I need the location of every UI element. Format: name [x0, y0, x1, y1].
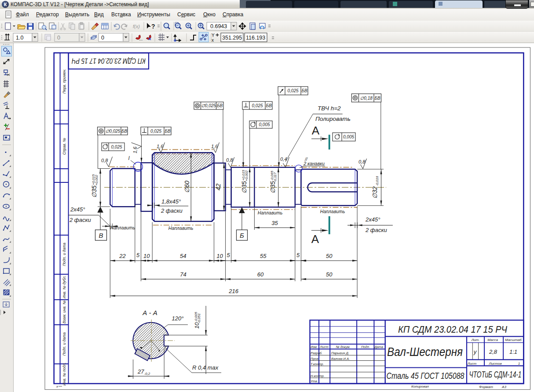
svg-text:1,8x45°: 1,8x45°	[161, 198, 181, 205]
svg-text:Разраб.: Разраб.	[311, 351, 322, 355]
svg-text:5: 5	[227, 252, 230, 258]
svg-text:у: у	[473, 348, 477, 355]
svg-text:∅35+0,015+0,002: ∅35+0,015+0,002	[91, 174, 99, 198]
svg-text:Изм.: Изм.	[311, 345, 318, 349]
svg-text:∅35+0,015+0,002: ∅35+0,015+0,002	[241, 170, 249, 193]
svg-text:Подп.: Подп.	[361, 345, 370, 349]
svg-text:Б: Б	[240, 232, 244, 239]
svg-text:А - А: А - А	[142, 309, 157, 316]
svg-text:216: 216	[228, 288, 238, 294]
svg-text:Масштаб: Масштаб	[505, 338, 522, 342]
svg-text:54: 54	[180, 253, 186, 259]
svg-text:1.0: 1.0	[16, 35, 23, 41]
svg-text:1,6: 1,6	[132, 146, 138, 153]
svg-text:5: 5	[296, 252, 300, 258]
svg-text:Пров.: Пров.	[311, 357, 319, 361]
svg-text:№ докум.: № докум.	[336, 345, 350, 349]
svg-text:Инв. № дубл.: Инв. № дубл.	[62, 276, 66, 298]
svg-text:1:1: 1:1	[509, 348, 517, 355]
svg-text:42: 42	[215, 184, 222, 191]
svg-text:0,005: 0,005	[259, 122, 270, 127]
svg-text:ЧТОТиБ СДМ-14-1: ЧТОТиБ СДМ-14-1	[469, 370, 522, 379]
svg-text:2x45°: 2x45°	[365, 216, 380, 223]
svg-text:2 канавки: 2 канавки	[303, 161, 325, 166]
svg-text:Лист: Лист	[467, 362, 477, 366]
svg-text:КП СДМ 23.02.04 17 15 РЧ: КП СДМ 23.02.04 17 15 РЧ	[72, 57, 146, 65]
svg-text:∅0,025: ∅0,025	[106, 129, 121, 134]
svg-text:116.193: 116.193	[246, 35, 265, 41]
svg-text:0,025: 0,025	[252, 103, 263, 108]
svg-text:0: 0	[101, 35, 104, 41]
svg-text:Y: Y	[212, 33, 215, 38]
svg-text:Наплавить: Наплавить	[258, 210, 282, 215]
svg-text:Копировал: Копировал	[411, 385, 429, 388]
svg-text:60: 60	[257, 271, 264, 278]
svg-text:0,8: 0,8	[358, 159, 366, 164]
svg-text:Полировать: Полировать	[315, 116, 351, 122]
svg-text:Валова И.А.: Валова И.А.	[331, 357, 350, 361]
svg-text:БВ: БВ	[165, 129, 171, 134]
svg-text:Взам. инв. №: Взам. инв. №	[62, 301, 66, 324]
svg-text:2,8: 2,8	[489, 348, 497, 355]
svg-text:Справ. №: Справ. №	[62, 138, 66, 155]
svg-text:КП СДМ 23.02.04 17 15 РЧ: КП СДМ 23.02.04 17 15 РЧ	[398, 324, 507, 335]
svg-text:В: В	[99, 232, 103, 239]
svg-text:Парыгин Д.: Парыгин Д.	[331, 351, 349, 355]
svg-text:x: x	[212, 38, 214, 43]
svg-text:0,005: 0,005	[343, 134, 354, 139]
svg-text:Перв. примен.: Перв. примен.	[62, 69, 66, 94]
svg-text:50: 50	[326, 253, 333, 259]
svg-text:2x45°: 2x45°	[70, 206, 85, 213]
svg-text:ТВЧ h=2: ТВЧ h=2	[318, 105, 341, 112]
svg-text:f(x): f(x)	[133, 24, 140, 29]
svg-text:БВ: БВ	[121, 129, 128, 134]
svg-text:БВ: БВ	[301, 88, 307, 93]
svg-text:35: 35	[271, 220, 278, 226]
svg-text:1,6: 1,6	[157, 144, 164, 149]
svg-text:Подп. и дата: Подп. и дата	[62, 243, 66, 266]
svg-text:27-0,2: 27-0,2	[137, 368, 150, 376]
svg-text:БВ: БВ	[217, 103, 223, 108]
svg-text:5: 5	[136, 252, 140, 258]
svg-text:Масса: Масса	[487, 338, 498, 342]
svg-text:∅60: ∅60	[183, 181, 190, 193]
svg-text:Формат: Формат	[479, 385, 493, 389]
svg-text:Наплавить: Наплавить	[110, 225, 135, 230]
svg-text:Т.контр.: Т.контр.	[311, 362, 324, 366]
svg-text:0,8: 0,8	[101, 158, 108, 163]
svg-text:55: 55	[260, 253, 267, 259]
svg-text:10: 10	[143, 253, 150, 259]
svg-text:БВ: БВ	[374, 96, 380, 101]
svg-text:∅32-0,016: ∅32-0,016	[371, 176, 379, 199]
svg-text:?: ?	[151, 23, 155, 30]
svg-text:Наплавить: Наплавить	[320, 209, 345, 214]
svg-text:2 фаски: 2 фаски	[161, 207, 183, 214]
svg-text:Лист: Лист	[319, 345, 328, 349]
svg-text:2 фаски: 2 фаски	[365, 227, 387, 233]
svg-text:Сталь 45 ГОСТ 105088: Сталь 45 ГОСТ 105088	[387, 371, 465, 381]
svg-text:Подп. и дата: Подп. и дата	[62, 332, 66, 356]
svg-text:Наплавить: Наплавить	[168, 225, 193, 231]
svg-text:10: 10	[216, 253, 223, 259]
svg-text:А: А	[312, 124, 320, 137]
svg-text:Н.контр.: Н.контр.	[311, 374, 325, 378]
svg-text:0,025: 0,025	[287, 88, 298, 93]
svg-text:120°: 120°	[172, 315, 184, 322]
svg-text:50: 50	[326, 271, 333, 278]
svg-text:22: 22	[119, 253, 126, 259]
svg-text:...: ...	[139, 36, 143, 41]
svg-text:0,025: 0,025	[111, 145, 122, 149]
svg-text:Листов: Листов	[488, 362, 501, 366]
svg-text:10-0,005-0,051: 10-0,005-0,051	[194, 312, 201, 329]
svg-text:0: 0	[57, 35, 60, 41]
svg-text:Дата: Дата	[374, 345, 383, 349]
svg-text:351.295: 351.295	[222, 35, 242, 41]
svg-text:БВ: БВ	[266, 103, 272, 108]
svg-text:А: А	[311, 232, 319, 246]
svg-text:74: 74	[180, 271, 186, 278]
svg-text:l: l	[128, 155, 130, 161]
svg-text:1,6: 1,6	[211, 144, 218, 149]
svg-text:0.6943: 0.6943	[210, 23, 227, 29]
svg-text:∅0,18: ∅0,18	[360, 96, 373, 101]
svg-text:Утв.: Утв.	[310, 379, 318, 383]
